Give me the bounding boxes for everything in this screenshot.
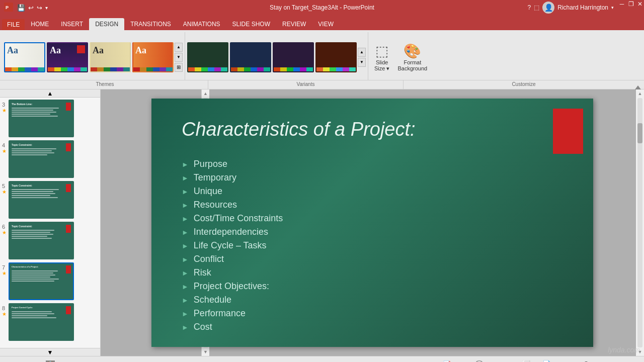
slide-item-6[interactable]: 6 ★ Topic Constraint: bbox=[2, 222, 98, 259]
save-btn[interactable]: 💾 bbox=[16, 3, 26, 13]
bullet-text: Conflict bbox=[194, 254, 224, 264]
tab-file[interactable]: FILE bbox=[2, 19, 25, 30]
bullet-interdep: ► Interdependencies bbox=[182, 227, 283, 237]
slide-thumb-4[interactable]: Topic Constraint: bbox=[9, 140, 74, 178]
restore-btn[interactable]: ❐ bbox=[627, 0, 635, 8]
tab-view[interactable]: VIEW bbox=[312, 18, 340, 30]
panel-scroll-down[interactable]: ▼ bbox=[0, 348, 100, 356]
close-btn[interactable]: ✕ bbox=[636, 0, 644, 8]
bullet-arrow-icon: ► bbox=[182, 323, 189, 331]
variant-3[interactable] bbox=[273, 42, 314, 72]
canvas-vscroll-handle[interactable] bbox=[637, 123, 642, 143]
bullet-text: Risk bbox=[194, 267, 211, 278]
variant-1[interactable] bbox=[187, 42, 228, 72]
zoom-in-btn[interactable]: + bbox=[612, 360, 616, 363]
slide-star: ★ bbox=[2, 270, 7, 276]
help-btn[interactable]: ? bbox=[528, 4, 531, 11]
normal-view-icon[interactable]: ⬜ bbox=[522, 360, 530, 363]
title-bar: P 💾 ↩ ↪ ▾ Stay on Target_Stage3Alt - Pow… bbox=[0, 0, 644, 15]
variant-4[interactable] bbox=[315, 42, 357, 72]
slide-thumb-8[interactable]: Project Control Cycle: bbox=[9, 303, 74, 341]
slide-red-block bbox=[553, 109, 583, 154]
ribbon-wrapper: Aa Aa bbox=[0, 30, 644, 89]
tab-design[interactable]: DESIGN bbox=[89, 18, 124, 30]
tab-insert[interactable]: INSERT bbox=[55, 18, 89, 30]
fit-slide-btn[interactable]: ⊡ bbox=[634, 360, 640, 363]
bullet-text: Life Cycle – Tasks bbox=[194, 240, 267, 251]
user-dropdown[interactable]: ▾ bbox=[611, 5, 614, 10]
notes-btn[interactable]: 📝 NOTES bbox=[443, 360, 472, 363]
bullet-text: Interdependencies bbox=[194, 227, 268, 237]
slide-thumb-5[interactable]: Topic Constraint: bbox=[9, 181, 74, 219]
themes-scroll-up[interactable]: ▲ bbox=[175, 43, 183, 52]
tab-transitions[interactable]: TRANSITIONS bbox=[124, 18, 177, 30]
themes-scroll-down[interactable]: ▼ bbox=[175, 53, 183, 62]
theme-2[interactable]: Aa bbox=[47, 42, 88, 72]
slide-item-3[interactable]: 3 ★ The Bottom Line: bbox=[2, 100, 98, 137]
bullet-risk: ► Risk bbox=[182, 267, 283, 278]
slide-number: 5 bbox=[2, 183, 5, 189]
slide-thumb-7[interactable]: Characteristics of a Project: bbox=[9, 262, 74, 300]
user-avatar: 👤 bbox=[542, 2, 554, 14]
panel-scroll-up[interactable]: ▲ bbox=[0, 89, 100, 98]
comments-btn[interactable]: 💬 COMMENTS bbox=[475, 360, 517, 363]
bullet-arrow-icon: ► bbox=[182, 228, 189, 236]
bullet-arrow-icon: ► bbox=[182, 269, 189, 277]
slide-bullet-list: ► Purpose ► Temporary ► Unique ► Resourc… bbox=[182, 159, 283, 335]
customize-qat-btn[interactable]: ▾ bbox=[44, 4, 49, 12]
ribbon-display-btn[interactable]: ⬚ bbox=[534, 4, 539, 11]
slide-star: ★ bbox=[2, 108, 7, 113]
redo-btn[interactable]: ↪ bbox=[36, 3, 43, 13]
bullet-arrow-icon: ► bbox=[182, 201, 189, 209]
slide-size-icon: ⬚ bbox=[375, 43, 388, 59]
themes-more[interactable]: ⊞ bbox=[175, 63, 183, 72]
status-right: 📝 NOTES 💬 COMMENTS ⬜ ⊞ 📄 ▶ − + 55% ⊡ bbox=[443, 360, 640, 363]
bullet-arrow-icon: ► bbox=[182, 215, 189, 223]
user-name[interactable]: Richard Harrington bbox=[557, 4, 608, 11]
themes-section-label: Themes bbox=[2, 80, 208, 89]
zoom-out-btn[interactable]: − bbox=[564, 360, 568, 363]
slide-sorter-icon[interactable]: ⊞ bbox=[533, 360, 539, 363]
slide-size-label: SlideSize ▾ bbox=[374, 59, 389, 72]
zoom-control: − + 55% ⊡ bbox=[564, 360, 640, 363]
tab-slideshow[interactable]: SLIDE SHOW bbox=[226, 18, 276, 30]
slide-item-5[interactable]: 5 ★ Topic Constraint: bbox=[2, 181, 98, 219]
slide-thumb-3[interactable]: The Bottom Line: bbox=[9, 100, 74, 137]
tab-animations[interactable]: ANIMATIONS bbox=[177, 18, 226, 30]
slideshow-icon[interactable]: ▶ bbox=[554, 360, 559, 363]
slide-thumb-6[interactable]: Topic Constraint: bbox=[9, 222, 74, 259]
bullet-text: Purpose bbox=[194, 159, 227, 169]
ribbon: Aa Aa bbox=[0, 30, 644, 80]
format-background-btn[interactable]: 🎨 FormatBackground bbox=[395, 41, 429, 74]
slide-item-8[interactable]: 8 ★ Project Control Cycle: bbox=[2, 303, 98, 341]
bullet-temporary: ► Temporary bbox=[182, 172, 283, 183]
slide-item-4[interactable]: 4 ★ Topic Constraint: bbox=[2, 140, 98, 178]
slide-number: 6 bbox=[2, 224, 5, 230]
panel-vscroll-down[interactable]: ▼ bbox=[203, 348, 208, 355]
reading-view-icon[interactable]: 📄 bbox=[542, 360, 551, 363]
bullet-purpose: ► Purpose bbox=[182, 159, 283, 169]
slide-item-7[interactable]: 7 ★ Characteristics of a Project: bbox=[2, 262, 98, 300]
tab-review[interactable]: REVIEW bbox=[276, 18, 312, 30]
variants-scroll-up[interactable]: ▲ bbox=[358, 48, 366, 57]
minimize-btn[interactable]: ─ bbox=[618, 0, 626, 8]
panel-vscroll-up[interactable]: ▲ bbox=[203, 90, 208, 97]
variants-scroll-down[interactable]: ▼ bbox=[358, 58, 366, 67]
main-area: ▲ 3 ★ The Bottom Line: bbox=[0, 89, 644, 356]
bullet-arrow-icon: ► bbox=[182, 188, 189, 196]
bullet-text: Temporary bbox=[194, 172, 236, 183]
bullet-text: Cost bbox=[194, 322, 212, 332]
bullet-text: Cost/Time Constraints bbox=[194, 213, 283, 224]
theme-3[interactable]: Aa bbox=[90, 42, 131, 72]
variant-2[interactable] bbox=[230, 42, 271, 72]
svg-text:P: P bbox=[6, 5, 9, 10]
theme-1[interactable]: Aa bbox=[4, 42, 45, 72]
canvas-vscroll-up[interactable]: ▲ bbox=[638, 90, 642, 97]
tab-home[interactable]: HOME bbox=[25, 18, 55, 30]
undo-btn[interactable]: ↩ bbox=[27, 3, 35, 13]
notes-view-btn[interactable]: 📋 bbox=[46, 360, 55, 363]
theme-4[interactable]: Aa bbox=[132, 42, 174, 72]
slide-size-btn[interactable]: ⬚ SlideSize ▾ bbox=[372, 41, 391, 74]
bullet-arrow-icon: ► bbox=[182, 310, 189, 318]
variants-section-label: Variants bbox=[208, 80, 404, 89]
